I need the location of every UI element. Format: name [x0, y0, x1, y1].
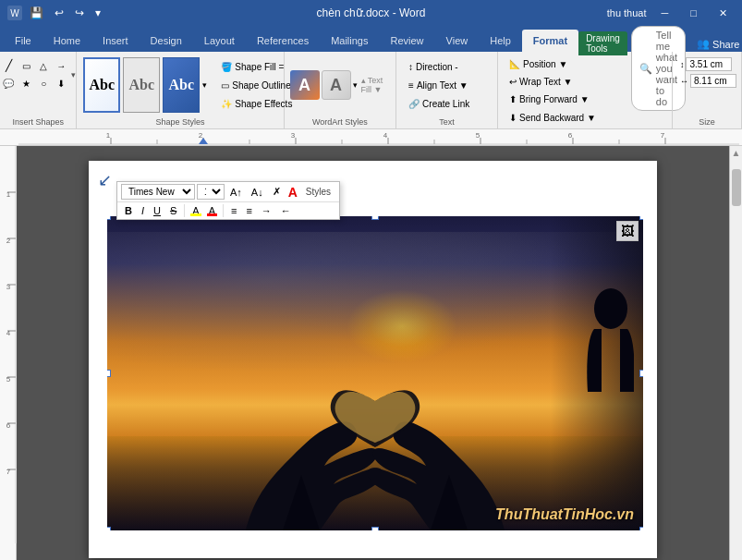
svg-text:4: 4: [383, 131, 388, 140]
pos-icon: 📐: [509, 59, 520, 69]
img-handle-tm[interactable]: [371, 216, 379, 220]
align-text-button[interactable]: ≡ Align Text ▼: [404, 77, 490, 93]
shape-styles-buttons: Abc Abc Abc ▾ 🪣 Shape Fi: [80, 54, 279, 116]
text-group-label: Text: [400, 116, 493, 128]
wordart-btn-1[interactable]: A: [290, 70, 320, 100]
shape-line[interactable]: ╱: [0, 57, 17, 74]
numbering-button[interactable]: ≡: [242, 204, 255, 217]
img-handle-ml[interactable]: [107, 370, 111, 377]
insert-shapes-label: Insert Shapes: [12, 116, 64, 128]
styles-button[interactable]: Styles: [301, 186, 335, 198]
grow-font-button[interactable]: A↑: [226, 186, 246, 199]
tab-mailings[interactable]: Mailings: [320, 30, 379, 52]
img-handle-mr[interactable]: [639, 370, 643, 377]
tab-home[interactable]: Home: [43, 30, 91, 52]
img-handle-tl[interactable]: [107, 216, 111, 220]
font-select[interactable]: Times New Ro: [121, 184, 195, 200]
shape-style-2[interactable]: Abc: [123, 57, 160, 113]
wordart-btn-2[interactable]: A: [322, 70, 351, 100]
forward-icon: ⬆: [509, 94, 517, 104]
shrink-font-button[interactable]: A↓: [248, 186, 267, 199]
shape-arrow[interactable]: →: [53, 57, 69, 74]
style-expand[interactable]: ▾: [202, 57, 207, 113]
align-text-icon: ≡: [408, 80, 414, 91]
vertical-scrollbar[interactable]: ▲ ▼: [729, 146, 742, 560]
tab-design[interactable]: Design: [140, 30, 193, 52]
tab-references[interactable]: References: [246, 30, 320, 52]
title-bar-right: thu thuat ─ □ ✕: [607, 6, 735, 21]
tab-insert[interactable]: Insert: [91, 30, 140, 52]
strikethrough-button[interactable]: S: [166, 204, 180, 217]
svg-text:1: 1: [6, 190, 11, 199]
wordart-buttons: A A ▾ ▴ Text Fill ▼: [288, 54, 393, 116]
shape-style-1[interactable]: Abc: [83, 57, 120, 113]
wordart-expand[interactable]: ▾: [353, 80, 358, 90]
italic-button[interactable]: I: [138, 204, 148, 217]
shape-star[interactable]: ★: [18, 75, 34, 91]
img-handle-br[interactable]: [639, 527, 643, 530]
clear-format-button[interactable]: ✗: [269, 185, 285, 199]
font-size-select[interactable]: 13: [197, 184, 225, 200]
vruler-svg: 1 2 3 4 5 6 7: [0, 146, 17, 543]
img-handle-tr[interactable]: [639, 216, 643, 220]
img-handle-bl[interactable]: [107, 527, 111, 530]
create-link-button[interactable]: 🔗 Create Link: [404, 95, 490, 112]
minimize-button[interactable]: ─: [654, 6, 676, 20]
tab-format[interactable]: Format: [522, 30, 578, 52]
bullets-button[interactable]: ≡: [227, 204, 240, 217]
bring-forward-label: Bring Forward ▼: [519, 94, 589, 104]
link-icon: 🔗: [408, 99, 420, 109]
person-svg: [560, 281, 634, 466]
scroll-thumb-v[interactable]: [732, 169, 741, 206]
position-button[interactable]: 📐 Position ▼: [505, 55, 593, 72]
document-title: chèn chữ.docx - Word: [317, 6, 426, 19]
wrap-text-button[interactable]: ↩ Wrap Text ▼: [505, 73, 593, 90]
shape-rect[interactable]: ▭: [18, 57, 34, 74]
tab-layout[interactable]: Layout: [193, 30, 246, 52]
img-handle-bm[interactable]: [371, 527, 379, 530]
tab-file[interactable]: File: [4, 30, 43, 52]
shape-style-3[interactable]: Abc: [163, 57, 200, 113]
position-label: Position ▼: [523, 59, 567, 69]
scroll-up-btn[interactable]: ▲: [730, 146, 742, 160]
shapes-grid: ╱ ▭ △ → 💬 ★ ○ ⬇: [0, 57, 69, 91]
restore-button[interactable]: □: [683, 6, 704, 20]
word-icon: W: [7, 6, 22, 20]
outdent-button[interactable]: ←: [277, 204, 295, 217]
bring-forward-button[interactable]: ⬆ Bring Forward ▼: [505, 91, 593, 107]
tab-review[interactable]: Review: [380, 30, 435, 52]
width-input[interactable]: [690, 74, 736, 88]
close-button[interactable]: ✕: [712, 6, 735, 21]
hands-svg: [227, 327, 523, 530]
redo-qat-button[interactable]: ↪: [71, 5, 88, 21]
send-backward-button[interactable]: ⬇ Send Backward ▼: [505, 109, 601, 126]
size-group-label: Size: [676, 116, 737, 128]
shape-callout[interactable]: 💬: [0, 75, 17, 91]
bold-button[interactable]: B: [121, 204, 136, 217]
share-button[interactable]: 👥 Share: [689, 36, 742, 52]
ribbon-tabs: File Home Insert Design Layout Reference…: [0, 26, 742, 52]
text-dir-icon: ↕: [408, 62, 413, 72]
underline-button[interactable]: U: [150, 204, 164, 217]
customize-qat-button[interactable]: ▾: [91, 5, 104, 21]
width-input-row: ↔: [680, 74, 736, 88]
tab-help[interactable]: Help: [479, 30, 522, 52]
font-color-button[interactable]: A: [205, 204, 219, 217]
height-input[interactable]: [686, 57, 732, 71]
shapes-expand-btn[interactable]: ▾: [71, 57, 76, 91]
wordart-group: A A ▾ ▴ Text Fill ▼ WordArt Styles: [285, 52, 397, 128]
indent-button[interactable]: →: [258, 204, 275, 217]
save-qat-button[interactable]: 💾: [26, 5, 47, 21]
wordart-gallery: A A ▾: [290, 70, 358, 100]
create-link-label: Create Link: [422, 99, 469, 109]
highlight-button[interactable]: A: [189, 204, 202, 217]
shape-tri[interactable]: △: [35, 57, 52, 74]
shape-more[interactable]: ⬇: [53, 75, 69, 91]
highlight-bar: [190, 213, 201, 216]
text-direction-button[interactable]: ↕ Direction -: [404, 58, 490, 75]
tab-view[interactable]: View: [435, 30, 480, 52]
undo-qat-button[interactable]: ↩: [51, 5, 67, 21]
image-layout-icon[interactable]: 🖼: [616, 221, 639, 241]
shape-circle[interactable]: ○: [35, 75, 52, 91]
mini-toolbar-row1: Times New Ro 13 A↑ A↓ ✗ A Styles: [117, 182, 339, 202]
